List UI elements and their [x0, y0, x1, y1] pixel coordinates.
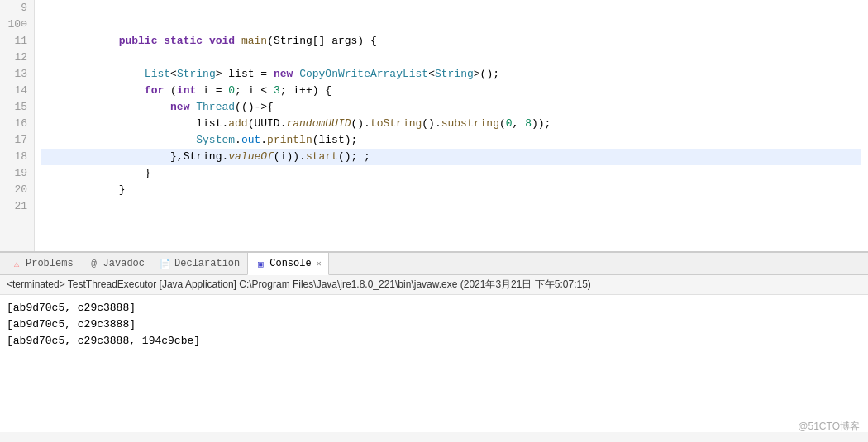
tab-problems-label: Problems	[26, 258, 74, 269]
console-header: <terminated> TestThreadExecutor [Java Ap…	[0, 275, 868, 295]
problems-icon: ⚠	[11, 258, 22, 269]
code-container: 9 10⊖ 11 12 13 14 15 16 17 18 19 20 21 p…	[0, 0, 868, 251]
tab-console-label: Console	[269, 258, 311, 269]
console-line-1: [ab9d70c5, c29c3888]	[7, 300, 861, 316]
line-numbers: 9 10⊖ 11 12 13 14 15 16 17 18 19 20 21	[0, 0, 35, 251]
console-line-3: [ab9d70c5, c29c3888, 194c9cbe]	[7, 333, 861, 349]
tab-javadoc-label: Javadoc	[103, 258, 145, 269]
javadoc-icon: @	[88, 258, 100, 269]
tab-javadoc[interactable]: @ Javadoc	[81, 252, 152, 275]
tab-problems[interactable]: ⚠ Problems	[3, 252, 81, 275]
bottom-tabs: ⚠ Problems @ Javadoc 📄 Declaration ▣ Con…	[0, 252, 868, 275]
code-line: public static void main(String[] args) {	[41, 17, 861, 33]
code-line	[41, 182, 861, 198]
console-icon: ▣	[255, 258, 266, 269]
console-output: [ab9d70c5, c29c3888] [ab9d70c5, c29c3888…	[0, 295, 868, 354]
editor-area: 9 10⊖ 11 12 13 14 15 16 17 18 19 20 21 p…	[0, 0, 868, 252]
horizontal-scrollbar[interactable]	[0, 251, 868, 252]
watermark: @51CTO博客	[798, 420, 860, 434]
console-line-2: [ab9d70c5, c29c3888]	[7, 316, 861, 333]
bottom-panel: ⚠ Problems @ Javadoc 📄 Declaration ▣ Con…	[0, 252, 868, 432]
code-line	[41, 0, 861, 17]
console-close-icon[interactable]: ✕	[317, 259, 322, 269]
code-line: }	[41, 165, 861, 182]
code-content[interactable]: public static void main(String[] args) {…	[35, 0, 868, 251]
tab-console[interactable]: ▣ Console ✕	[247, 252, 328, 275]
tab-declaration[interactable]: 📄 Declaration	[152, 252, 247, 275]
console-area: <terminated> TestThreadExecutor [Java Ap…	[0, 275, 868, 432]
code-line	[41, 198, 861, 215]
tab-declaration-label: Declaration	[174, 258, 240, 269]
declaration-icon: 📄	[160, 258, 171, 269]
code-line: List<String> list = new CopyOnWriteArray…	[41, 50, 861, 66]
